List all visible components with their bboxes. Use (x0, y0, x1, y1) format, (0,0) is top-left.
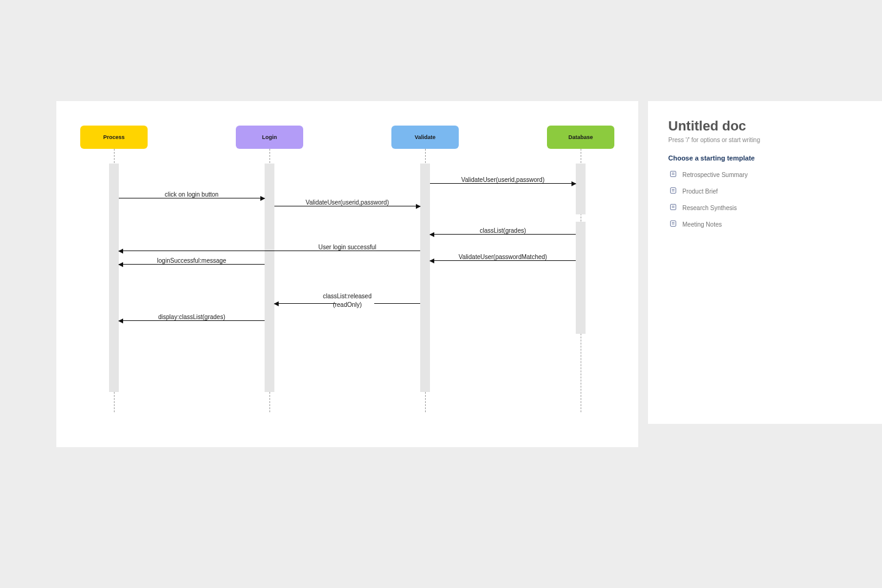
activation-validate (420, 164, 430, 392)
activation-database-1 (576, 164, 586, 214)
template-label: Product Brief (682, 188, 718, 195)
activation-login (265, 164, 274, 392)
arrow-label: ValidateUser(userid,password) (430, 176, 576, 184)
template-retrospective[interactable]: Retrospective Summary (668, 168, 865, 181)
participant-label: Process (103, 134, 124, 140)
participant-validate[interactable]: Validate (391, 126, 459, 149)
arrow-label: User login successful (274, 243, 420, 252)
svg-rect-9 (671, 221, 676, 227)
template-research-synthesis[interactable]: Research Synthesis (668, 201, 865, 214)
template-product-brief[interactable]: Product Brief (668, 184, 865, 198)
participant-label: Database (568, 134, 593, 140)
doc-section-heading: Choose a starting template (668, 154, 865, 162)
arrow-label: loginSuccessful:message (119, 257, 265, 265)
arrow-label: click on login button (119, 190, 265, 199)
arrow-label: classList(grades) (430, 227, 576, 235)
activation-database-2 (576, 222, 586, 334)
template-label: Retrospective Summary (682, 172, 748, 178)
template-label: Research Synthesis (682, 205, 737, 211)
doc-title[interactable]: Untitled doc (668, 118, 865, 134)
participant-login[interactable]: Login (236, 126, 303, 149)
template-icon (669, 220, 677, 228)
template-meeting-notes[interactable]: Meeting Notes (668, 217, 865, 231)
participant-label: Login (262, 134, 277, 140)
participant-database[interactable]: Database (547, 126, 614, 149)
arrow-label-line2: (readOnly) (333, 301, 361, 308)
arrow-label: ValidateUser(userid,password) (274, 198, 420, 207)
document-side-panel: Untitled doc Press '/' for options or st… (648, 101, 882, 424)
template-label: Meeting Notes (682, 221, 722, 228)
participant-process[interactable]: Process (80, 126, 148, 149)
arrow-label: ValidateUser(passwordMatched) (430, 253, 576, 262)
arrow-label: classList:released (readOnly) (307, 292, 387, 309)
participant-label: Validate (415, 134, 435, 140)
template-icon (669, 187, 677, 195)
doc-hint: Press '/' for options or start writing (668, 137, 865, 143)
template-icon (669, 170, 677, 179)
activation-process (109, 164, 119, 392)
arrow-label: display:classList(grades) (119, 313, 265, 322)
svg-rect-0 (671, 172, 676, 177)
template-icon (669, 203, 677, 212)
arrow-label-line1: classList:released (323, 293, 371, 300)
svg-rect-6 (671, 205, 676, 210)
svg-rect-3 (671, 188, 676, 194)
sequence-diagram-canvas[interactable]: Process Login Validate Database click on… (56, 101, 638, 447)
